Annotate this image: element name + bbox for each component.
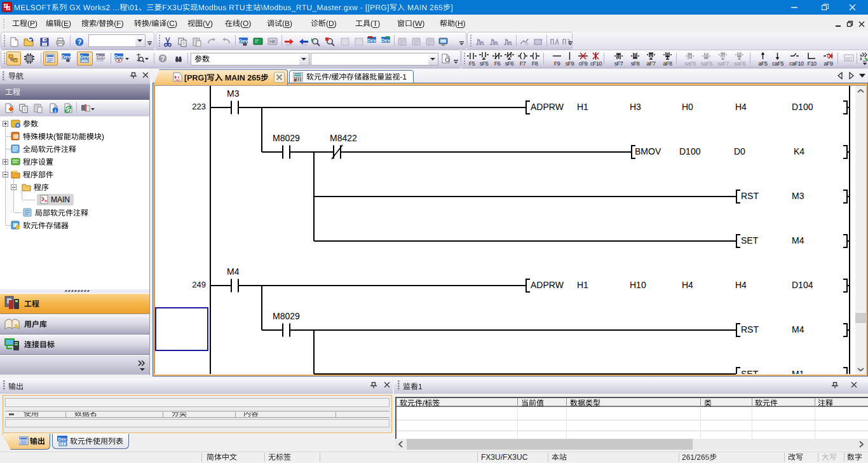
svg-text:Dev: Dev [58,437,67,441]
